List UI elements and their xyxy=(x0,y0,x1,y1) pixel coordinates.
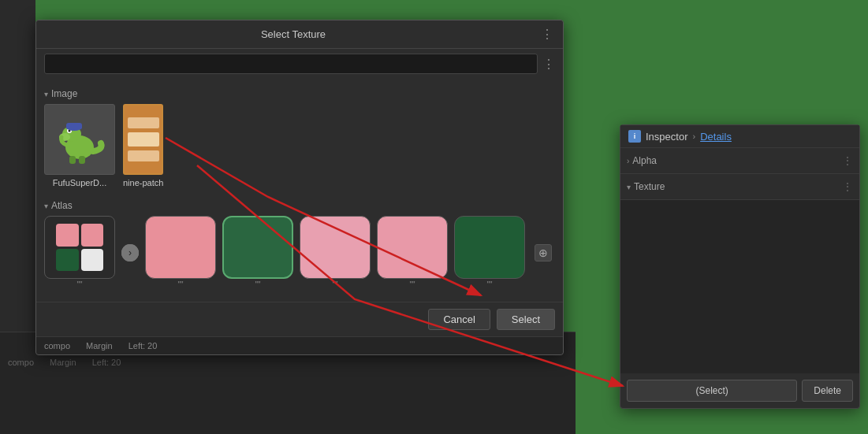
atlas-thumb-5 xyxy=(454,216,525,279)
bottom-bar-margin: Margin xyxy=(86,341,113,351)
inspector-header: i Inspector › Details xyxy=(620,125,859,148)
fufu-thumb xyxy=(44,104,115,175)
inspector-footer: (Select) Delete xyxy=(620,373,859,408)
np-bar-wide xyxy=(128,117,159,128)
dialog-titlebar: Select Texture ⋮ xyxy=(36,20,563,49)
svg-rect-6 xyxy=(66,123,82,129)
atlas-item-0[interactable]: "" xyxy=(44,216,115,289)
atlas-cell-0-1 xyxy=(81,224,104,247)
atlas-section-label: Atlas xyxy=(51,200,73,211)
atlas-thumb-3 xyxy=(300,216,371,279)
alpha-chevron-icon: › xyxy=(627,157,629,165)
atlas-cell-0-2 xyxy=(56,249,79,272)
atlas-content-0 xyxy=(56,224,103,271)
alpha-label: › Alpha xyxy=(627,155,657,166)
atlas-label-5: "" xyxy=(454,280,525,289)
svg-rect-7 xyxy=(69,156,76,164)
inspector-breadcrumb-chevron: › xyxy=(692,132,695,141)
bottom-bar-left: Left: 20 xyxy=(129,341,158,351)
atlas-item-2[interactable]: "" xyxy=(222,216,293,289)
atlas-label-4: "" xyxy=(377,280,448,289)
cancel-button[interactable]: Cancel xyxy=(428,309,490,330)
bottom-left: Left: 20 xyxy=(92,358,121,367)
atlas-label-0: "" xyxy=(44,280,115,289)
atlas-section-header: ▾ Atlas xyxy=(44,197,555,216)
atlas-label-1: "" xyxy=(145,280,216,289)
select-button[interactable]: Select xyxy=(497,309,555,330)
np-bar-wide3 xyxy=(128,150,159,161)
dino-svg xyxy=(52,112,107,167)
atlas-cell-0-3 xyxy=(81,249,104,272)
nine-patch-texture-item[interactable]: nine-patch xyxy=(123,104,163,187)
atlas-thumb-0 xyxy=(44,216,115,279)
atlas-cell-0-0 xyxy=(56,224,79,247)
inspector-select-button[interactable]: (Select) xyxy=(627,380,797,402)
atlas-item-3[interactable]: "" xyxy=(300,216,371,289)
empty-texture-area xyxy=(620,200,859,373)
search-options-icon[interactable]: ⋮ xyxy=(542,57,555,72)
atlas-thumb-4 xyxy=(377,216,448,279)
texture-chevron-icon: ▾ xyxy=(627,183,631,191)
inspector-details-link[interactable]: Details xyxy=(700,131,732,143)
inspector-delete-button[interactable]: Delete xyxy=(802,380,853,402)
atlas-add-button-1[interactable]: ⊕ xyxy=(535,244,552,262)
atlas-arrow-icon: › xyxy=(121,244,139,262)
image-section-label: Image xyxy=(51,88,77,99)
inspector-title: Inspector xyxy=(646,131,687,143)
search-input[interactable] xyxy=(44,54,538,74)
np-bar-wide2 xyxy=(128,132,159,147)
atlas-label-2: "" xyxy=(222,280,293,289)
atlas-grid: "" › "" "" "" "" xyxy=(44,216,555,295)
texture-options-icon[interactable]: ⋮ xyxy=(842,180,853,193)
select-texture-dialog: Select Texture ⋮ ⋮ ▾ Image xyxy=(35,20,564,355)
bottom-compo: compo xyxy=(8,358,34,367)
texture-label: ▾ Texture xyxy=(627,181,665,192)
bottom-bar-compo: compo xyxy=(44,341,70,351)
atlas-item-1[interactable]: "" xyxy=(145,216,216,289)
nine-patch-thumb xyxy=(123,104,163,175)
atlas-label-3: "" xyxy=(300,280,371,289)
fufu-label: FufuSuperD... xyxy=(53,178,106,187)
dialog-bottom-bar: compo Margin Left: 20 xyxy=(36,336,563,354)
atlas-chevron-icon: ▾ xyxy=(44,202,48,210)
atlas-thumb-2 xyxy=(222,216,293,279)
atlas-plus-area: ⊕ ⊕ xyxy=(535,244,555,262)
atlas-item-5[interactable]: "" xyxy=(454,216,525,289)
image-section-header: ▾ Image xyxy=(44,85,555,104)
bottom-margin: Margin xyxy=(50,358,76,367)
image-chevron-icon: ▾ xyxy=(44,90,48,98)
image-grid: FufuSuperD... nine-patch xyxy=(44,104,555,197)
inspector-texture-section: ▾ Texture ⋮ xyxy=(620,174,859,200)
search-bar: ⋮ xyxy=(36,49,563,79)
inspector-icon: i xyxy=(628,130,641,143)
atlas-item-4[interactable]: "" xyxy=(377,216,448,289)
dialog-body: ▾ Image xyxy=(36,79,563,302)
dialog-title: Select Texture xyxy=(46,28,541,40)
inspector-alpha-section: › Alpha ⋮ xyxy=(620,148,859,174)
fufu-texture-item[interactable]: FufuSuperD... xyxy=(44,104,115,187)
inspector-alpha-row: › Alpha ⋮ xyxy=(627,151,853,170)
inspector-panel: i Inspector › Details › Alpha ⋮ ▾ Textur… xyxy=(620,124,860,409)
dialog-menu-icon[interactable]: ⋮ xyxy=(541,27,553,42)
atlas-thumb-1 xyxy=(145,216,216,279)
alpha-options-icon[interactable]: ⋮ xyxy=(842,154,853,167)
nine-patch-label: nine-patch xyxy=(123,178,163,187)
dialog-footer: Cancel Select xyxy=(36,302,563,336)
svg-rect-8 xyxy=(79,156,85,164)
